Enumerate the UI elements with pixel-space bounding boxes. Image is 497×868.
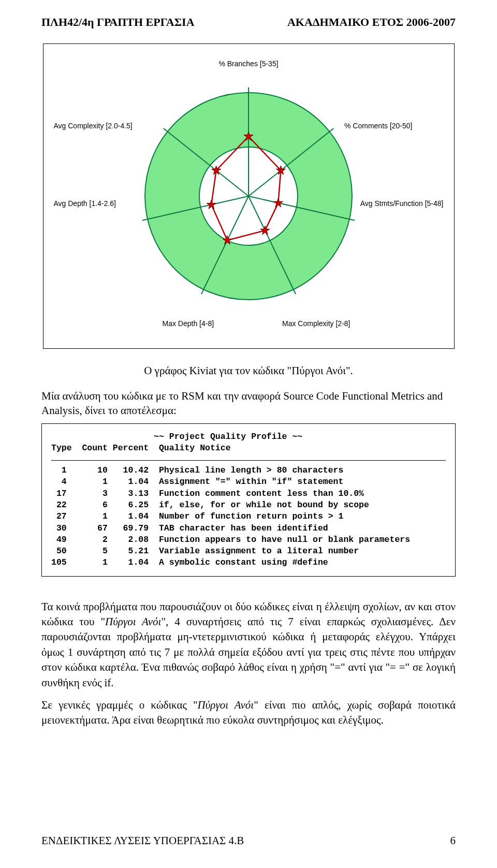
axis-label-maxcomplex: Max Complexity [2-8] xyxy=(282,319,350,328)
axis-label-maxdepth: Max Depth [4-8] xyxy=(163,319,214,328)
lead-text: Μία ανάλυση του κώδικα με το RSM και την… xyxy=(41,389,456,418)
metrics-row: 30 67 69.79 TAB character has been ident… xyxy=(51,523,446,534)
metrics-box: ~~ Project Quality Profile ~~ Type Count… xyxy=(41,423,456,577)
axis-label-comments: % Comments [20-50] xyxy=(344,122,413,130)
metrics-row: 105 1 1.04 A symbolic constant using #de… xyxy=(51,557,446,568)
italic-hanoi: Πύργοι Ανόι xyxy=(105,615,161,628)
metrics-header: Type Count Percent Quality Notice xyxy=(51,443,446,454)
metrics-row: 27 1 1.04 Number of function return poin… xyxy=(51,511,446,522)
kiviat-chart-frame: % Branches [5-35] % Comments [20-50] Avg… xyxy=(43,43,455,349)
paragraph-2: Σε γενικές γραμμές ο κώδικας "Πύργοι Ανό… xyxy=(41,698,456,728)
metrics-row: 1 10 10.42 Physical line length > 80 cha… xyxy=(51,465,446,476)
axis-label-branches: % Branches [5-35] xyxy=(218,60,278,68)
metrics-title: ~~ Project Quality Profile ~~ xyxy=(51,431,446,443)
axis-label-avgcomplex: Avg Complexity [2.0-4.5] xyxy=(54,122,133,130)
metrics-row: 4 1 1.04 Assignment "=" within "if" stat… xyxy=(51,476,446,488)
kiviat-chart xyxy=(129,77,368,315)
metrics-row: 22 6 6.25 if, else, for or while not bou… xyxy=(51,499,446,511)
metrics-row: 50 5 5.21 Variable assignment to a liter… xyxy=(51,546,446,557)
footer-page: 6 xyxy=(450,834,456,847)
para2-part-a: Σε γενικές γραμμές ο κώδικας " xyxy=(41,699,198,711)
axis-label-avgdepth: Avg Depth [1.4-2.6] xyxy=(54,199,116,208)
header-right: ΑΚΑΔΗΜΑΙΚΟ ΕΤΟΣ 2006-2007 xyxy=(287,16,456,29)
metrics-row: 49 2 2.08 Function appears to have null … xyxy=(51,534,446,546)
chart-caption: Ο γράφος Kiviat για τον κώδικα "Πύργοι Α… xyxy=(41,364,456,377)
metrics-divider xyxy=(51,460,446,461)
paragraph-1: Τα κοινά προβλήματα που παρουσιάζουν οι … xyxy=(41,599,456,690)
metrics-row: 17 3 3.13 Function comment content less … xyxy=(51,488,446,499)
page-header: ΠΛΗ42/4η ΓΡΑΠΤΗ ΕΡΓΑΣΙΑ ΑΚΑΔΗΜΑΙΚΟ ΕΤΟΣ … xyxy=(41,16,456,29)
footer-left: ΕΝΔΕΙΚΤΙΚΕΣ ΛΥΣΕΙΣ ΥΠΟΕΡΓΑΣΙΑΣ 4.Β xyxy=(41,834,244,847)
axis-label-avgstmts: Avg Stmts/Function [5-48] xyxy=(360,199,444,208)
page-footer: ΕΝΔΕΙΚΤΙΚΕΣ ΛΥΣΕΙΣ ΥΠΟΕΡΓΑΣΙΑΣ 4.Β 6 xyxy=(41,834,456,847)
italic-hanoi: Πύργοι Ανόι xyxy=(198,699,254,711)
header-left: ΠΛΗ42/4η ΓΡΑΠΤΗ ΕΡΓΑΣΙΑ xyxy=(41,16,195,29)
